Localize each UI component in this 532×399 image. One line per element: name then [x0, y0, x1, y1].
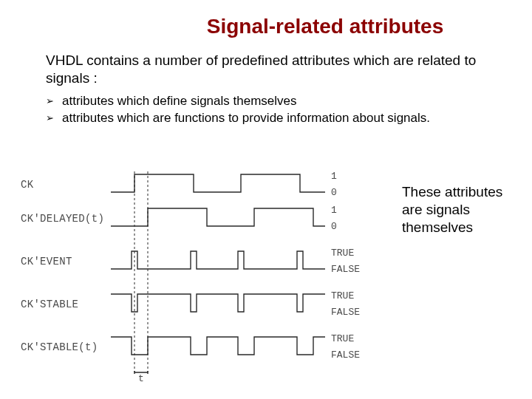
val-0: 0: [331, 187, 337, 198]
bullet-icon: ➢: [46, 93, 62, 106]
val-0b: 0: [331, 221, 337, 232]
timing-diagram: CK 1 0 CK'DELAYED(t) 1 0 CK'EVENT TRUE F…: [7, 161, 392, 383]
val-true-a: TRUE: [331, 248, 354, 259]
t-label: t: [138, 373, 144, 383]
val-1b: 1: [331, 205, 337, 216]
val-true-c: TRUE: [331, 333, 354, 344]
bullet-text: attributes which define signals themselv…: [62, 93, 297, 109]
intro-paragraph: VHDL contains a number of predefined att…: [46, 52, 504, 87]
label-ck-stable-t: CK'STABLE(t): [21, 341, 98, 353]
val-false-a: FALSE: [331, 264, 360, 275]
list-item: ➢ attributes which are functions to prov…: [46, 110, 510, 126]
val-1: 1: [331, 171, 337, 182]
val-true-b: TRUE: [331, 290, 354, 301]
label-ck-stable: CK'STABLE: [21, 299, 78, 310]
wave-ck-stable: [111, 294, 325, 312]
slide-title: Signal-related attributes: [118, 15, 532, 38]
bullet-text: attributes which are functions to provid…: [62, 110, 430, 126]
bullet-list: ➢ attributes which define signals themse…: [46, 93, 510, 126]
label-ck-event: CK'EVENT: [21, 256, 72, 267]
label-ck: CK: [21, 179, 34, 191]
wave-ck-stable-t: [111, 337, 325, 355]
list-item: ➢ attributes which define signals themse…: [46, 93, 510, 109]
val-false-c: FALSE: [331, 349, 360, 361]
val-false-b: FALSE: [331, 307, 360, 318]
wave-ck-event: [111, 251, 325, 269]
wave-ck-delayed: [111, 208, 325, 226]
label-ck-delayed: CK'DELAYED(t): [21, 213, 104, 225]
side-note: These attributes are signals themselves: [402, 183, 513, 236]
wave-ck: [111, 174, 325, 192]
bullet-icon: ➢: [46, 110, 62, 123]
